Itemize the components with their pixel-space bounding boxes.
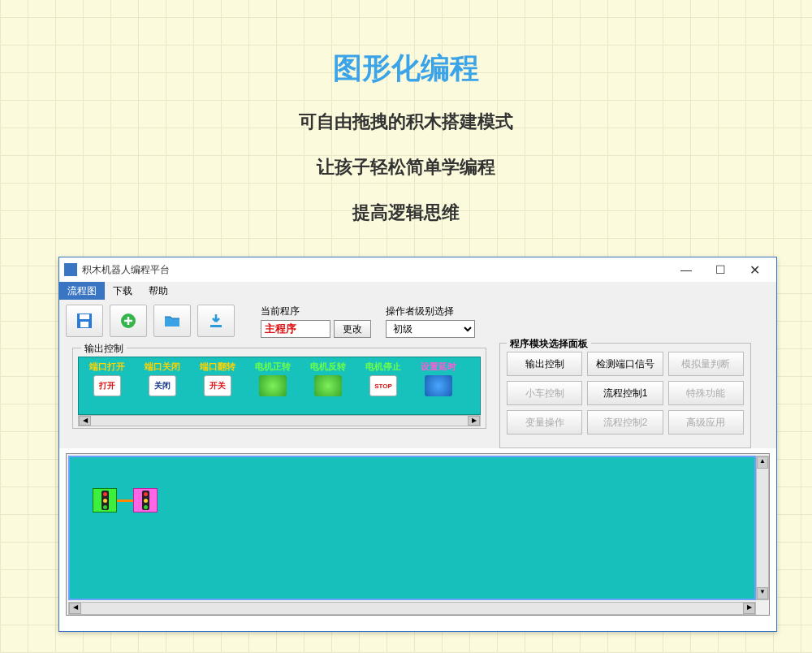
block-port-toggle[interactable]: 端口翻转 开关 [197,361,238,411]
block-port-open[interactable]: 端口打开 打开 [87,361,127,411]
toolbar: 当前程序 更改 操作者级别选择 初级 [59,300,776,343]
window-title: 积木机器人编程平台 [82,263,170,277]
module-flow-control-2[interactable]: 流程控制2 [587,410,663,435]
palette-scrollbar[interactable]: ◀ ▶ [78,415,481,426]
operator-level-label: 操作者级别选择 [386,305,475,318]
canvas-vertical-scrollbar[interactable]: ▲ ▼ [756,456,769,600]
current-program-group: 当前程序 更改 [261,305,371,338]
motor-forward-icon [259,375,287,396]
scroll-left-icon[interactable]: ◀ [79,416,91,426]
module-panel-title: 程序模块选择面板 [507,337,591,351]
module-analog-judge[interactable]: 模拟量判断 [668,352,744,376]
motor-stop-icon: STOP [369,375,397,396]
port-toggle-icon: 开关 [204,375,231,396]
maximize-button[interactable]: ☐ [703,258,737,281]
operator-level-select[interactable]: 初级 [386,320,475,338]
hero-line: 可自由拖拽的积木搭建模式 [0,110,812,134]
titlebar[interactable]: 积木机器人编程平台 — ☐ ✕ [59,257,776,282]
delay-icon [425,375,452,396]
block-palette[interactable]: 端口打开 打开 端口关闭 关闭 端口翻转 开关 电机正转 [78,357,481,415]
current-program-label: 当前程序 [261,305,371,318]
minimize-button[interactable]: — [669,258,703,281]
traffic-light-icon [142,491,149,510]
menu-help[interactable]: 帮助 [140,282,176,300]
module-variable-ops[interactable]: 变量操作 [507,410,582,435]
module-detect-port[interactable]: 检测端口信号 [587,352,663,376]
module-special-function[interactable]: 特殊功能 [668,381,744,405]
end-node[interactable] [133,488,158,512]
module-select-panel: 程序模块选择面板 输出控制 检测端口信号 模拟量判断 小车控制 流程控制1 特殊… [499,343,751,448]
new-icon [119,311,138,331]
output-control-title: 输出控制 [81,342,127,356]
start-node[interactable] [93,488,117,512]
block-motor-reverse[interactable]: 电机反转 [308,361,348,411]
module-output-control[interactable]: 输出控制 [507,352,582,376]
port-open-icon: 打开 [93,375,121,396]
scroll-left-icon[interactable]: ◀ [69,603,81,614]
page-title: 图形化编程 [0,49,812,89]
close-button[interactable]: ✕ [737,258,771,281]
traffic-light-icon [102,491,109,510]
block-motor-stop[interactable]: 电机停止 STOP [363,361,404,411]
module-flow-control-1[interactable]: 流程控制1 [587,381,663,405]
scroll-down-icon[interactable]: ▼ [757,587,768,599]
hero-line: 提高逻辑思维 [0,201,812,225]
current-program-input[interactable] [261,320,330,338]
output-control-group: 输出控制 端口打开 打开 端口关闭 关闭 端口翻转 开关 电 [72,348,486,429]
block-port-close[interactable]: 端口关闭 关闭 [142,361,183,411]
motor-reverse-icon [314,375,342,396]
canvas-horizontal-scrollbar[interactable]: ◀ ▶ [68,602,756,615]
module-advanced-app[interactable]: 高级应用 [668,410,744,435]
hero-line: 让孩子轻松简单学编程 [0,155,812,179]
flowchart-canvas[interactable] [68,456,756,600]
download-button[interactable] [197,305,235,337]
app-window: 积木机器人编程平台 — ☐ ✕ 流程图 下载 帮助 当前程序 更改 [58,257,777,632]
save-icon [75,311,94,331]
menu-download[interactable]: 下载 [105,282,140,300]
flowchart-canvas-area: ▲ ▼ ◀ ▶ [66,453,770,616]
module-car-control[interactable]: 小车控制 [507,381,582,405]
download-icon [206,311,226,331]
block-set-delay[interactable]: 设置延时 [418,361,459,411]
change-program-button[interactable]: 更改 [334,320,371,338]
new-button[interactable] [110,305,147,337]
save-button[interactable] [66,305,103,337]
folder-icon [162,311,182,331]
svg-rect-2 [80,322,89,327]
port-close-icon: 关闭 [149,375,176,396]
scroll-up-icon[interactable]: ▲ [757,456,768,469]
svg-rect-1 [80,314,89,319]
menubar: 流程图 下载 帮助 [59,282,776,300]
operator-level-group: 操作者级别选择 初级 [386,305,475,338]
scroll-right-icon[interactable]: ▶ [743,603,755,614]
open-button[interactable] [153,305,191,337]
scroll-right-icon[interactable]: ▶ [468,416,480,426]
menu-flowchart[interactable]: 流程图 [59,282,105,300]
block-motor-forward[interactable]: 电机正转 [253,361,293,411]
app-icon [64,263,77,276]
connector[interactable] [117,499,133,502]
